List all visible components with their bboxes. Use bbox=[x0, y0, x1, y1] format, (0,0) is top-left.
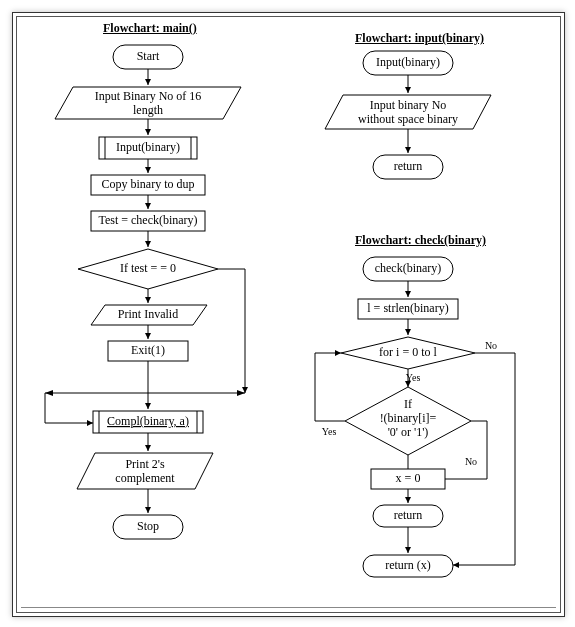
node-check-if: If !(binary[i]= '0' or '1') bbox=[345, 387, 471, 455]
node-decision-test: If test = = 0 bbox=[78, 249, 218, 289]
node-check-len: l = strlen(binary) bbox=[358, 299, 458, 319]
svg-text:Input(binary): Input(binary) bbox=[116, 140, 180, 154]
node-copy: Copy binary to dup bbox=[91, 175, 205, 195]
svg-text:return (x): return (x) bbox=[385, 558, 431, 572]
node-print-invalid: Print Invalid bbox=[91, 305, 207, 325]
node-print-2s: Print 2's complement bbox=[77, 453, 213, 489]
svg-text:l = strlen(binary): l = strlen(binary) bbox=[367, 301, 448, 315]
svg-text:'0' or '1'): '0' or '1') bbox=[388, 425, 429, 439]
svg-text:No: No bbox=[485, 340, 497, 351]
svg-text:Start: Start bbox=[137, 49, 160, 63]
svg-marker-29 bbox=[237, 390, 245, 396]
svg-text:check(binary): check(binary) bbox=[375, 261, 442, 275]
node-exit: Exit(1) bbox=[108, 341, 188, 361]
node-call-input: Input(binary) bbox=[99, 137, 197, 159]
svg-text:Copy binary to dup: Copy binary to dup bbox=[102, 177, 195, 191]
svg-text:complement: complement bbox=[115, 471, 175, 485]
node-input-io: Input binary No without space binary bbox=[325, 95, 491, 129]
node-test-assign: Test = check(binary) bbox=[91, 211, 205, 231]
diagram-frame: Flowchart: main() Flowchart: input(binar… bbox=[12, 12, 565, 617]
svg-text:If test = = 0: If test = = 0 bbox=[120, 261, 176, 275]
svg-text:Yes: Yes bbox=[322, 426, 337, 437]
node-start: Start bbox=[113, 45, 183, 69]
svg-text:Print 2's: Print 2's bbox=[125, 457, 165, 471]
svg-text:Test = check(binary): Test = check(binary) bbox=[98, 213, 197, 227]
node-check-return: return bbox=[373, 505, 443, 527]
svg-text:Input Binary No of  16: Input Binary No of 16 bbox=[95, 89, 202, 103]
node-compl: Compl(binary, a) bbox=[93, 411, 203, 433]
node-input-return: return bbox=[373, 155, 443, 179]
svg-text:If: If bbox=[404, 397, 412, 411]
svg-text:length: length bbox=[133, 103, 163, 117]
svg-marker-28 bbox=[45, 390, 53, 396]
node-stop: Stop bbox=[113, 515, 183, 539]
svg-text:Input(binary): Input(binary) bbox=[376, 55, 440, 69]
page-baseline bbox=[21, 607, 556, 608]
svg-text:x = 0: x = 0 bbox=[396, 471, 421, 485]
node-check-return-x: return (x) bbox=[363, 555, 453, 577]
svg-text:!(binary[i]=: !(binary[i]= bbox=[380, 411, 437, 425]
svg-text:without space binary: without space binary bbox=[358, 112, 458, 126]
svg-text:Print Invalid: Print Invalid bbox=[118, 307, 178, 321]
node-check-loop: for i = 0 to l bbox=[341, 337, 475, 369]
svg-text:return: return bbox=[394, 508, 423, 522]
svg-text:No: No bbox=[465, 456, 477, 467]
flowchart-svg: Start Input Binary No of 16 length Input… bbox=[13, 13, 564, 616]
svg-text:Exit(1): Exit(1) bbox=[131, 343, 165, 357]
node-check-entry: check(binary) bbox=[363, 257, 453, 281]
svg-text:Compl(binary, a): Compl(binary, a) bbox=[107, 414, 189, 428]
svg-text:Stop: Stop bbox=[137, 519, 159, 533]
svg-text:return: return bbox=[394, 159, 423, 173]
node-input-prompt: Input Binary No of 16 length bbox=[55, 87, 241, 119]
node-input-entry: Input(binary) bbox=[363, 51, 453, 75]
svg-text:for i = 0 to l: for i = 0 to l bbox=[379, 345, 437, 359]
node-check-x0: x = 0 bbox=[371, 469, 445, 489]
svg-text:Input binary No: Input binary No bbox=[370, 98, 447, 112]
